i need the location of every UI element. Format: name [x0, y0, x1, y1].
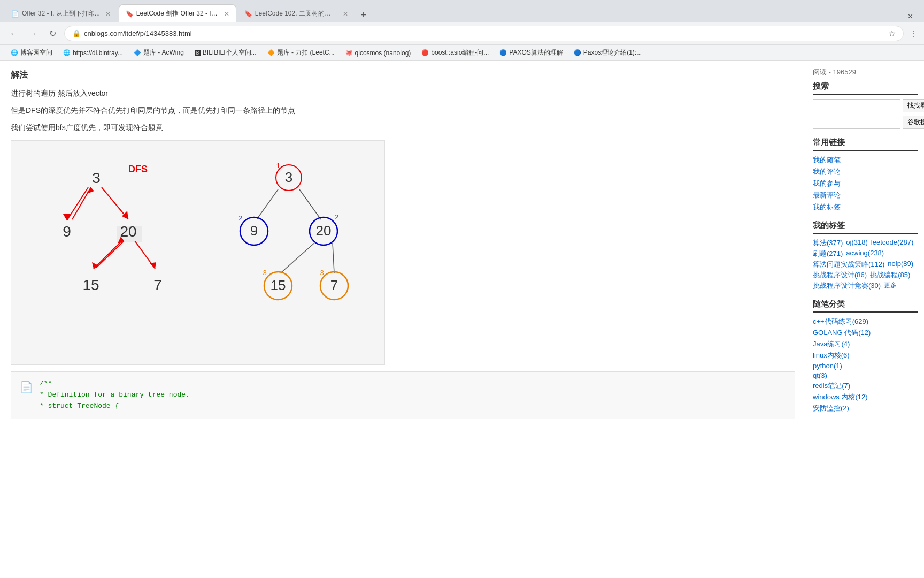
cat-cpp[interactable]: c++代码练习(629)	[813, 317, 918, 326]
tag-problems[interactable]: 刷题(271)	[813, 249, 843, 258]
tab1-close[interactable]: ✕	[105, 10, 111, 18]
bookmark1-icon: 🌐	[11, 49, 18, 56]
cat-redis[interactable]: redis笔记(7)	[813, 381, 918, 391]
note-categories-title: 随笔分类	[813, 299, 918, 313]
cat-golang[interactable]: GOLANG 代码(12)	[813, 328, 918, 338]
my-posts-link[interactable]: 我的随笔	[813, 155, 918, 165]
my-tags-title: 我的标签	[813, 220, 918, 234]
bookmark-7[interactable]: 🔴 boost::asio编程-问...	[417, 47, 493, 58]
code-line-1: /**	[40, 378, 190, 390]
read-count: 阅读 - 196529	[813, 67, 918, 77]
tab-3[interactable]: 🔖 LeetCode 102. 二叉树的层序遍... ✕	[237, 4, 355, 22]
back-button[interactable]: ←	[6, 26, 21, 41]
search-btn-2[interactable]: 谷歌搜索	[903, 116, 924, 129]
search-row-1: 找找看	[813, 99, 918, 112]
node-9-left: 9	[63, 223, 71, 240]
search-btn-1[interactable]: 找找看	[903, 99, 924, 112]
bookmark-2[interactable]: 🌐 https://dl.bintray...	[59, 48, 127, 58]
tab2-close[interactable]: ✕	[224, 10, 229, 18]
bookmark-4[interactable]: 🅱 BILIBILI个人空间...	[190, 47, 261, 58]
svg-line-23	[333, 243, 334, 273]
svg-text:2: 2	[335, 213, 338, 221]
search-section: 搜索 找找看 谷歌搜索	[813, 81, 918, 129]
tab3-close[interactable]: ✕	[343, 10, 348, 18]
svg-line-8	[94, 241, 122, 269]
bookmark8-icon: 🔵	[499, 49, 507, 56]
node-7-right: 7	[330, 277, 338, 293]
tab1-favicon: 📄	[11, 10, 19, 18]
tree-area: DFS 3 9 20	[20, 156, 376, 349]
tab3-favicon: 🔖	[244, 10, 252, 18]
tag-leetcode[interactable]: leetcode(287)	[871, 238, 914, 248]
tab1-label: Offer 32 - I. 从上到下打印...	[22, 9, 100, 18]
main-content: 解法 进行树的遍历 然后放入vector 但是DFS的深度优先并不符合优先打印同…	[0, 61, 806, 578]
node-15-right: 15	[271, 277, 286, 293]
code-line-3: * struct TreeNode {	[40, 401, 190, 412]
bookmark-6[interactable]: 🐙 qicosmos (nanolog)	[341, 48, 415, 58]
svg-line-16	[257, 189, 278, 219]
bookmark4-label: BILIBILI个人空间...	[203, 48, 257, 57]
code-line-2: * Definition for a binary tree node.	[40, 390, 190, 401]
dfs-tree-svg: DFS 3 9 20	[43, 156, 192, 349]
tag-acwing[interactable]: acwing(238)	[846, 249, 884, 258]
search-input-2[interactable]	[813, 116, 900, 129]
url-bar[interactable]: 🔒 cnblogs.com/itdef/p/14345383.html ☆	[64, 26, 904, 41]
node-3-right: 3	[285, 169, 292, 185]
bookmark3-label: 题库 - AcWing	[143, 48, 184, 57]
bookmark-5[interactable]: 🔶 题库 - 力扣 (LeetC...	[263, 47, 339, 58]
cat-security[interactable]: 安防监控(2)	[813, 404, 918, 413]
bookmark-star-icon[interactable]: ☆	[888, 28, 896, 39]
bookmark-3[interactable]: 🔷 题库 - AcWing	[129, 47, 188, 58]
bookmark6-label: qicosmos (nanolog)	[355, 49, 411, 57]
my-participation-link[interactable]: 我的参与	[813, 179, 918, 188]
reload-button[interactable]: ↻	[45, 26, 60, 41]
tag-algorithm[interactable]: 算法(377)	[813, 238, 843, 248]
bookmark4-icon: 🅱	[195, 50, 201, 56]
tree-diagram-container: DFS 3 9 20	[11, 140, 385, 365]
extensions-button[interactable]: ⋮	[910, 29, 918, 38]
bookmark1-label: 博客园空间	[20, 48, 52, 57]
tag-strategy[interactable]: 算法问题实战策略(112)	[813, 260, 884, 269]
node-9-right: 9	[250, 223, 258, 239]
node-3-left: 3	[92, 170, 101, 186]
tag-noip[interactable]: noip(89)	[888, 260, 913, 269]
svg-line-22	[281, 243, 314, 273]
window-close-button[interactable]: ✕	[901, 10, 920, 22]
cat-java[interactable]: Java练习(4)	[813, 339, 918, 349]
bookmark-8[interactable]: 🔵 PAXOS算法的理解	[495, 47, 567, 58]
tab-1[interactable]: 📄 Offer 32 - I. 从上到下打印... ✕	[4, 4, 118, 22]
cat-python[interactable]: python(1)	[813, 362, 918, 370]
browser-chrome: 📄 Offer 32 - I. 从上到下打印... ✕ 🔖 LeetCode 剑…	[0, 0, 924, 61]
my-tags-section: 我的标签 算法(377) oj(318) leetcode(287) 刷题(27…	[813, 220, 918, 291]
new-tab-button[interactable]: +	[356, 7, 371, 22]
bookmark-1[interactable]: 🌐 博客园空间	[6, 47, 57, 58]
bookmark3-icon: 🔷	[134, 49, 141, 56]
svg-text:20: 20	[120, 223, 136, 240]
more-tags-link[interactable]: 更多	[884, 281, 897, 291]
my-tags-link[interactable]: 我的标签	[813, 202, 918, 212]
code-file-icon: 📄	[20, 379, 33, 397]
search-box: 找找看 谷歌搜索	[813, 99, 918, 129]
search-section-title: 搜索	[813, 81, 918, 95]
cat-windows[interactable]: windows 内核(12)	[813, 392, 918, 402]
svg-text:3: 3	[263, 269, 266, 277]
cat-qt[interactable]: qt(3)	[813, 371, 918, 379]
page-layout: 解法 进行树的遍历 然后放入vector 但是DFS的深度优先并不符合优先打印同…	[0, 61, 924, 578]
bookmark5-label: 题库 - 力扣 (LeetC...	[277, 48, 335, 57]
cat-linux[interactable]: linux内核(6)	[813, 351, 918, 360]
search-input-1[interactable]	[813, 99, 900, 112]
tag-oj[interactable]: oj(318)	[846, 238, 867, 248]
code-block: 📄 /** * Definition for a binary tree nod…	[11, 371, 795, 419]
address-bar: ← → ↻ 🔒 cnblogs.com/itdef/p/14345383.htm…	[0, 22, 924, 44]
forward-button[interactable]: →	[26, 26, 41, 41]
bookmarks-bar: 🌐 博客园空间 🌐 https://dl.bintray... 🔷 题库 - A…	[0, 44, 924, 60]
bookmark-9[interactable]: 🔵 Paxos理论介绍(1):...	[569, 47, 646, 58]
my-comments-link[interactable]: 我的评论	[813, 167, 918, 177]
svg-text:3: 3	[320, 269, 324, 277]
node-7-left: 7	[153, 277, 162, 293]
latest-comments-link[interactable]: 最新评论	[813, 191, 918, 200]
tag-challenge-prog[interactable]: 挑战编程(85)	[870, 270, 910, 280]
tab-2[interactable]: 🔖 LeetCode 剑指 Offer 32 - I. M... ✕	[119, 4, 236, 22]
tag-challenge-design[interactable]: 挑战程序设计(86)	[813, 270, 867, 280]
tag-challenge-contest[interactable]: 挑战程序设计竞赛(30)	[813, 281, 881, 291]
